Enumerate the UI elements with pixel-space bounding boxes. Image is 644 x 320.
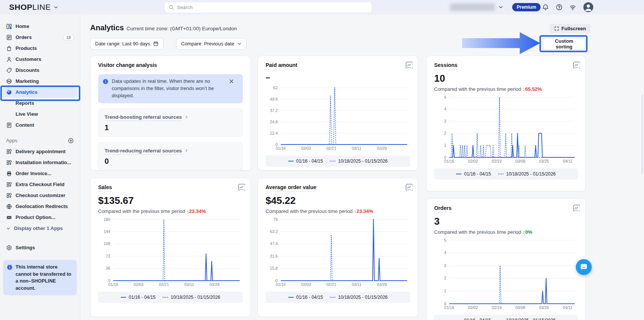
sidebar-item-checkout-customizer[interactable]: Checkout customizer — [3, 190, 77, 201]
sidebar-item-live-view[interactable]: Live View — [3, 109, 77, 120]
icon-spacer — [6, 111, 12, 117]
gear-icon — [6, 245, 12, 251]
svg-text:12.4: 12.4 — [270, 131, 278, 135]
sidebar: HomeOrders18ProductsCustomersDiscountsMa… — [0, 14, 80, 320]
chart-detail-icon[interactable] — [238, 183, 245, 191]
comparison-line: Compared with the previous time period↓2… — [266, 208, 410, 214]
sidebar-item-analytics[interactable]: Analytics — [3, 87, 77, 98]
sidebar-item-extra-checkout-field[interactable]: Extra Checkout Field — [3, 179, 77, 190]
legend-solid-swatch — [288, 297, 294, 298]
annotation-arrow — [462, 31, 541, 55]
premium-badge: Premium — [512, 3, 541, 11]
fullscreen-button[interactable]: Fullscreen — [550, 24, 591, 33]
sidebar-item-geolocation-redirects[interactable]: Geolocation Redirects — [3, 201, 77, 212]
legend-previous-label: 10/18/2025 - 01/15/2026 — [338, 158, 388, 164]
comparison-line: Compared with the previous time period↑0… — [434, 229, 578, 235]
svg-text:62: 62 — [273, 85, 278, 90]
shopline-analytics-page: { "topbar": { "logo": "SHOPLINE", "searc… — [0, 0, 644, 320]
chart-detail-icon[interactable] — [573, 61, 580, 68]
scrollbar-thumb[interactable] — [641, 95, 643, 174]
apps-header-label: Apps — [6, 138, 68, 143]
sidebar-item-settings[interactable]: Settings — [3, 242, 77, 253]
shopline-logo[interactable]: SHOPLINE — [9, 3, 58, 12]
svg-text:180: 180 — [103, 217, 110, 222]
svg-text:02/21: 02/21 — [326, 282, 336, 287]
svg-text:24.8: 24.8 — [270, 120, 278, 124]
date-range-button[interactable]: Date range: Last 90 days — [90, 38, 164, 50]
add-app-icon[interactable] — [68, 138, 74, 144]
sidebar-item-installation-informatio[interactable]: Installation informatio... — [3, 157, 77, 168]
chevron-right-icon — [184, 115, 189, 119]
legend-solid-swatch — [121, 297, 126, 298]
custom-sorting-button[interactable]: Custom sorting — [543, 38, 585, 50]
svg-text:02/03: 02/03 — [301, 146, 311, 151]
icon-spacer — [6, 100, 12, 106]
info-icon — [103, 79, 108, 84]
compare-button[interactable]: Compare: Previous date — [176, 38, 247, 50]
trend-boosting-value: 1 — [105, 123, 236, 132]
trend-boosting-box: Trend-boosting referral sources 1 — [98, 109, 243, 137]
svg-text:04/11: 04/11 — [563, 159, 573, 163]
sidebar-item-reports[interactable]: Reports — [3, 98, 77, 109]
chart-detail-icon[interactable] — [405, 61, 413, 68]
app-icon — [6, 182, 12, 188]
comparison-line: Compared with the previous time period↓2… — [98, 208, 243, 214]
sidebar-item-home[interactable]: Home — [3, 21, 77, 32]
sidebar-item-order-invoice[interactable]: Order Invoice... — [3, 168, 77, 179]
trend-reducing-box: Trend-reducing referral sources 0 — [98, 142, 243, 171]
help-icon[interactable] — [556, 4, 563, 11]
realtime-info-banner: Data updates in real time. When there ar… — [98, 74, 243, 103]
close-icon[interactable] — [229, 79, 234, 84]
svg-text:5: 5 — [444, 238, 446, 242]
chart-detail-icon[interactable] — [405, 183, 413, 191]
svg-text:04/11: 04/11 — [563, 305, 573, 310]
chat-widget-button[interactable] — [576, 259, 592, 275]
svg-text:79: 79 — [273, 217, 278, 222]
svg-text:03/25: 03/25 — [539, 159, 549, 163]
svg-text:01/16: 01/16 — [276, 146, 286, 151]
notifications-bell-icon[interactable] — [542, 4, 549, 11]
svg-text:01/16: 01/16 — [276, 282, 286, 287]
visitor-change-analysis-card: Visitor change analysis Data updates in … — [90, 56, 251, 171]
svg-text:02/02: 02/02 — [468, 305, 478, 310]
svg-text:15.8: 15.8 — [270, 266, 278, 270]
chart-detail-icon[interactable] — [573, 204, 580, 211]
legend-current-label: 01/16 - 04/15 — [464, 318, 491, 320]
page-title: Analytics — [90, 23, 124, 32]
sidebar-item-display-other-apps[interactable]: Display other 1 Apps — [3, 223, 77, 234]
sidebar-item-discounts[interactable]: Discounts — [3, 65, 77, 76]
global-search[interactable] — [165, 2, 372, 12]
card-title: Sales — [98, 184, 112, 192]
sidebar-item-delivery-appointment[interactable]: Delivery appointment — [3, 146, 77, 157]
sidebar-item-orders[interactable]: Orders18 — [3, 32, 77, 43]
svg-text:02/03: 02/03 — [134, 282, 144, 287]
legend-current-label: 01/16 - 04/15 — [296, 158, 323, 164]
sidebar-main-nav: HomeOrders18ProductsCustomersDiscountsMa… — [0, 14, 80, 130]
sidebar-item-content[interactable]: Content — [3, 120, 77, 130]
legend-previous-label: 10/18/2025 - 01/15/2026 — [506, 318, 556, 320]
chevron-right-icon — [184, 148, 189, 153]
metric-value: 10 — [434, 73, 578, 84]
svg-text:47.4: 47.4 — [270, 241, 278, 246]
network-status-icon[interactable] — [569, 4, 576, 11]
sidebar-item-customers[interactable]: Customers — [3, 54, 77, 65]
orders-chart: 01234501/1602/0202/1903/0803/2504/11 — [434, 237, 578, 311]
svg-text:72: 72 — [106, 254, 110, 258]
trend-reducing-link[interactable]: Trend-reducing referral sources — [105, 148, 182, 155]
store-chevron-down-icon[interactable] — [498, 5, 503, 10]
sidebar-item-products[interactable]: Products — [3, 43, 77, 54]
search-input[interactable] — [177, 5, 368, 10]
svg-text:2: 2 — [444, 131, 446, 135]
logo-chevron-down-icon — [53, 5, 58, 10]
svg-text:36: 36 — [106, 266, 110, 270]
sidebar-item-marketing[interactable]: Marketing — [3, 76, 77, 87]
orders-icon — [6, 34, 12, 40]
account-avatar[interactable] — [583, 2, 594, 12]
globe-icon — [6, 203, 12, 210]
chart-legend: 01/16 - 04/15 10/18/2025 - 01/15/2026 — [266, 155, 410, 167]
paid-amount-card: Paid amount – 012.424.837.249.66201/1602… — [258, 56, 418, 171]
products-icon — [6, 45, 12, 51]
trend-boosting-link[interactable]: Trend-boosting referral sources — [105, 114, 182, 121]
sidebar-item-product-option[interactable]: Product Option... — [3, 212, 77, 223]
legend-previous-label: 10/18/2025 - 01/15/2026 — [170, 295, 220, 300]
